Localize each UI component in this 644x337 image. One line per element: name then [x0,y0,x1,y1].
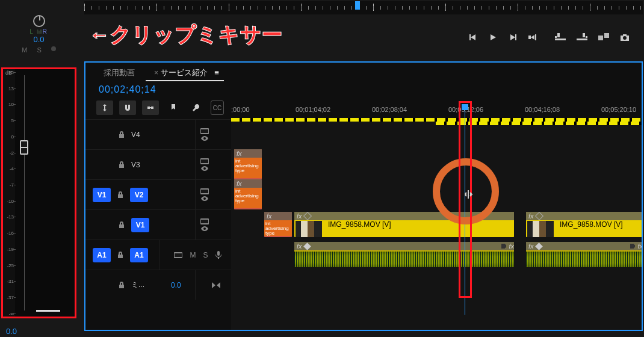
eye-icon[interactable] [200,165,209,172]
meter-scale-tick: -∞ [3,312,14,317]
svg-rect-10 [175,253,182,257]
source-a1-chip[interactable]: A1 [93,248,111,262]
pan-knob[interactable] [33,15,45,27]
step-back-icon[interactable] [469,33,478,42]
vertical-scroll-marker[interactable] [642,194,643,200]
audio-clip-2[interactable]: fx fx [526,242,643,267]
fx-label: fx [237,179,242,188]
lock-icon[interactable] [117,131,126,138]
snap-button[interactable] [96,100,113,115]
insert-icon[interactable] [527,33,537,42]
mute-button[interactable]: M [22,46,33,54]
track-target-a1-chip[interactable]: A1 [130,248,148,262]
tab-active-label: サービス紹介 [161,68,208,77]
mic-icon[interactable] [215,251,221,259]
svg-rect-8 [201,220,208,223]
tab-active[interactable]: × サービス紹介 ≡ [143,64,226,81]
track-header-v1[interactable]: V1 [85,209,231,240]
pan-lr-label: L llıılll R [1,28,76,35]
frame-ruler[interactable] [84,1,643,14]
meter-scale-tick: -37 [3,295,14,300]
vertical-scroll-bottom[interactable] [642,258,643,264]
filmstrip-icon[interactable] [200,188,209,194]
fader-handle[interactable] [20,140,28,155]
pan-value[interactable]: 0.0 [1,35,76,44]
meter-scale-tick: -2 [3,151,14,156]
fx-label: fx [528,212,534,220]
track-name-v4: V4 [131,131,147,139]
wrench-button[interactable] [188,100,205,115]
timecode-display[interactable]: 00;02;40;14 [99,84,642,95]
meter-bottom-value[interactable]: 0.0 [6,327,17,336]
filmstrip-icon[interactable] [174,252,182,258]
audio-clip-1[interactable]: fx fx [294,242,514,267]
timeline-panel: 採用動画 × サービス紹介 ≡ 00;02;40;14 CC V4 [84,61,643,331]
camera-icon[interactable] [620,33,630,42]
solo-button[interactable]: S [37,46,47,54]
fader-track[interactable] [15,69,33,317]
solo-track-button[interactable]: S [203,251,208,259]
play-icon[interactable] [489,33,497,42]
clip-title: IMG_9858.MOV [V] [560,220,623,229]
track-target-v2-chip[interactable]: V2 [130,188,148,202]
waveform [294,252,514,267]
step-forward-icon[interactable] [508,33,516,42]
meter-scale-tick: -13 [3,215,14,220]
bowtie-icon[interactable] [211,282,221,289]
video-clip-2[interactable]: fx IMG_9858.MOV [V] [526,212,643,237]
lock-icon[interactable] [116,191,125,199]
lock-icon[interactable] [117,221,126,229]
fx-diamond-icon [534,212,543,220]
lock-icon[interactable] [117,282,126,289]
clip-area[interactable]: ;00;0000;01;04;0200;02;08;0400;03;12;060… [231,119,642,330]
fx-clip-v2[interactable]: fx int advertising type [234,179,262,209]
fx-label: fx [297,212,302,220]
record-toggle[interactable] [51,46,56,51]
lock-icon[interactable] [117,161,126,168]
pan-r-label: R [43,28,48,35]
time-tick: ;00;00 [231,106,250,113]
cc-button[interactable]: CC [211,100,224,115]
playhead-highlight-box [459,101,472,298]
eye-icon[interactable] [200,135,209,141]
magnet-button[interactable] [119,100,136,115]
pan-ticks: llıılll [37,29,43,35]
track-target-v1-chip[interactable]: V1 [131,218,149,232]
lift-icon[interactable] [555,33,566,42]
eye-icon[interactable] [200,196,209,202]
track-header-v4[interactable]: V4 [85,119,231,149]
meter-scale-tick: -16 [3,231,14,236]
fx-clip-v3[interactable]: fx int advertising type [234,149,262,179]
video-thumbnail [296,221,322,237]
filmstrip-icon[interactable] [200,128,209,134]
filmstrip-icon[interactable] [200,218,209,224]
tab-close-icon[interactable]: × [154,69,158,77]
mix-value[interactable]: 0.0 [171,281,181,289]
meter-scale-tick: 15 [3,70,14,75]
marker-button[interactable] [165,100,182,115]
track-header-mix[interactable]: ミ... 0.0 [85,270,231,300]
track-header-v2[interactable]: V1 V2 [85,179,231,209]
meter-scale-tick: 0 [3,135,14,140]
fx-label: fx [267,212,272,220]
filmstrip-icon[interactable] [200,158,209,164]
track-header-v3[interactable]: V3 [85,149,231,179]
tab-menu-icon[interactable]: ≡ [214,68,219,77]
extract-icon[interactable] [577,33,587,42]
eye-icon[interactable] [200,226,209,232]
frame-ruler-playhead[interactable] [355,1,360,10]
vertical-scroll-top[interactable] [642,131,643,137]
fx-clip-v1[interactable]: fx int advertising type [264,212,292,237]
tab-inactive[interactable]: 採用動画 [96,64,142,81]
time-ruler[interactable]: ;00;0000;01;04;0200;02;08;0400;03;12;060… [231,106,642,118]
overwrite-icon[interactable] [598,33,609,42]
meter-scale-tick: -19 [3,247,14,252]
svg-point-0 [623,36,627,40]
track-header-a1[interactable]: A1 A1 M S [85,240,231,270]
lock-icon[interactable] [116,252,125,259]
meter-scale-tick: 5 [3,119,14,123]
mute-track-button[interactable]: M [190,251,196,259]
linked-selection-button[interactable] [142,100,159,115]
source-v1-chip[interactable]: V1 [93,188,111,202]
meter-scale-tick: -31 [3,279,14,284]
